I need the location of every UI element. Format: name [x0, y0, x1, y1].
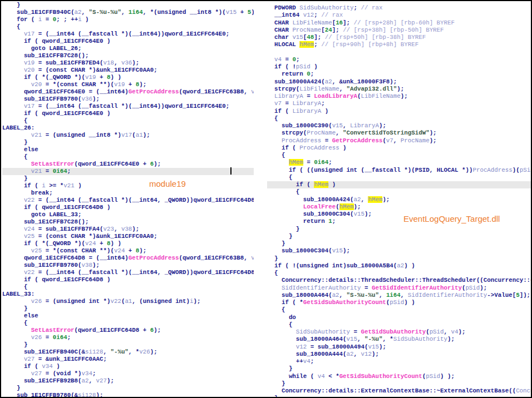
code-line[interactable]: if ( qword_1E1CFFC64D8 ) — [2, 204, 254, 211]
code-line[interactable]: } — [267, 380, 532, 387]
code-line[interactable]: if ( !pSid ) — [267, 63, 532, 71]
code-line[interactable]: } — [267, 365, 532, 372]
code-line[interactable]: if ( !(unsigned int)sub_18000A5B4(a2) ) — [267, 262, 532, 270]
code-line[interactable]: v4 = 0; — [267, 56, 532, 63]
code-line[interactable]: v17 = (__int64 (__fastcall *)(__int64))q… — [2, 31, 254, 38]
pseudocode-panel-left[interactable]: } sub_1E1CFFB940C(a2, "S-%u-%u", 1i64, *… — [2, 2, 254, 398]
code-line[interactable]: if ( *(_QWORD *)(v24 + 8) ) — [2, 240, 254, 247]
code-line[interactable] — [267, 49, 532, 56]
code-line[interactable]: else — [2, 312, 254, 320]
code-line[interactable]: v12 = sub_18000A494(v15); — [267, 344, 532, 351]
code-line[interactable]: v27 = &unk_1E1CFFC0AAC; — [2, 356, 254, 363]
code-line[interactable]: v20 = *(const CHAR **)(v19 + 8); — [2, 81, 254, 88]
code-line[interactable]: SidSubAuthority = GetSidSubAuthority(pSi… — [267, 329, 532, 336]
code-line[interactable]: if ( *(_QWORD *)(v19 + 8) ) — [2, 74, 254, 81]
code-line[interactable]: { — [2, 117, 254, 125]
code-line[interactable]: LABEL_33: — [2, 291, 254, 298]
code-line[interactable]: v25 = (const CHAR *)&unk_1E1CFFC0AA0; — [2, 233, 254, 240]
code-line[interactable]: sub_1E1CFFB9780(v38); — [2, 262, 254, 269]
code-line[interactable]: } — [2, 175, 254, 182]
code-line[interactable]: if ( qword_1E1CFFC64E0 ) — [2, 110, 254, 117]
code-line[interactable]: sub_1E1CFFB7C28(); — [2, 52, 254, 59]
code-line[interactable]: v26 = 0i64; — [2, 334, 254, 341]
code-line[interactable]: sub_1E1CFFB9780(v36); — [2, 96, 254, 103]
code-line[interactable]: { — [267, 152, 532, 159]
code-line[interactable]: HLOCAL hMem; // [rsp+90h] [rbp+8h] BYREF — [267, 41, 532, 48]
code-line[interactable]: } — [2, 2, 254, 9]
code-line[interactable]: { — [267, 306, 532, 314]
code-line[interactable]: if ( v34 ) — [2, 363, 254, 370]
code-line[interactable]: v22 = (__int64 (__fastcall *)(__int64, _… — [2, 269, 254, 276]
code-line[interactable]: v19 = sub_1E1CFFB7ED4(v18, v36); — [2, 59, 254, 67]
code-line[interactable]: sub_1E1CFFB940C(a2, "S-%u-%u", 1i64, *(u… — [2, 9, 254, 16]
code-line[interactable]: v27 = (void *)v34; — [2, 370, 254, 377]
code-line[interactable]: LocalFree(hMem); — [267, 203, 532, 211]
code-line[interactable]: qword_1E1CFFC64E0 = (__int64)GetProcAddr… — [2, 88, 254, 96]
code-line[interactable]: v21 = 0i64; — [2, 168, 254, 175]
code-line[interactable]: if ( ProcAddress ) — [267, 145, 532, 152]
code-line[interactable]: { — [2, 320, 254, 327]
code-line[interactable]: LibraryA = LoadLibraryA(LibFileName); — [267, 93, 532, 100]
code-line[interactable]: SetLastError(qword_1E1CFFC64D8 + 6); — [2, 327, 254, 334]
code-line[interactable]: sub_1E1CFFB9780(&si128); — [2, 392, 254, 398]
code-line[interactable]: SidIdentifierAuthority = GetSidIdentifie… — [267, 285, 532, 292]
code-line[interactable]: sub_18000A424(a2, &unk_18000F3F8); — [267, 78, 532, 86]
code-line[interactable]: sub_1E1CFFB92B8(a2, v27); — [2, 377, 254, 385]
code-line[interactable]: CHAR LibFileName[16]; // [rsp+28h] [rbp-… — [267, 19, 532, 27]
code-line[interactable]: Concurrency::details::ExternalContextBas… — [267, 387, 532, 395]
code-line[interactable]: { — [2, 283, 254, 291]
code-line[interactable]: goto LABEL_33; — [2, 211, 254, 218]
code-line[interactable]: if ( qword_1E1CFFC64D8 ) — [2, 276, 254, 283]
code-line[interactable]: { — [267, 270, 532, 277]
code-line[interactable]: qword_1E1CFFC64D8 = (__int64)GetProcAddr… — [2, 255, 254, 262]
code-line[interactable]: sub_18000C390(v15, LibraryA); — [267, 122, 532, 130]
code-line[interactable]: } — [267, 233, 532, 240]
code-line[interactable]: Concurrency::details::ThreadScheduler::T… — [267, 277, 532, 284]
code-line[interactable]: } — [2, 305, 254, 312]
code-line[interactable]: sub_18000C304(v15); — [267, 247, 532, 255]
pseudocode-panel-right[interactable]: PDWORD SidSubAuthority; // rax __int64 v… — [267, 4, 532, 398]
code-line[interactable]: { — [2, 153, 254, 161]
code-line[interactable]: v26 = (unsigned int *)v22(a1, (unsigned … — [2, 298, 254, 305]
code-line[interactable]: sub_1E1CFFB940C(&si128, "-%u", *v26); — [2, 349, 254, 356]
code-line[interactable]: v25 = *(const CHAR **)(v24 + 8); — [2, 247, 254, 255]
code-line[interactable]: if ( LibraryA ) — [267, 108, 532, 115]
code-line[interactable]: char v15[48]; // [rsp+50h] [rbp-38h] BYR… — [267, 34, 532, 41]
code-line[interactable]: } — [267, 395, 532, 398]
code-line[interactable]: else — [2, 146, 254, 153]
code-line[interactable]: hMem = 0i64; — [267, 159, 532, 166]
code-line[interactable]: do — [267, 314, 532, 321]
code-line[interactable]: SetLastError(qword_1E1CFFC64E0 + 6); — [2, 161, 254, 168]
code-line[interactable]: while ( v4 < *GetSidSubAuthorityCount(pS… — [267, 373, 532, 380]
code-line[interactable]: { — [267, 321, 532, 329]
code-line[interactable]: if ( i >= *v21 ) — [2, 182, 254, 190]
code-line[interactable]: v21 = (unsigned __int8 *)v17(a1); — [2, 132, 254, 139]
code-line[interactable]: sub_18000A464(a2, "S-%u-%u", 1i64, SidId… — [267, 292, 532, 299]
code-line[interactable]: v7 = LibraryA; — [267, 100, 532, 107]
code-line[interactable]: sub_18000A464(v15, "-%u", *SidSubAuthori… — [267, 336, 532, 343]
code-line[interactable]: break; — [2, 190, 254, 197]
code-line[interactable]: sub_18000A424(a2, hMem); — [267, 196, 532, 203]
code-line[interactable]: v24 = sub_1E1CFFB7FA4(v23, v38); — [2, 226, 254, 233]
code-line[interactable]: { — [2, 23, 254, 31]
code-line[interactable]: PDWORD SidSubAuthority; // rax — [267, 4, 532, 12]
code-line[interactable]: } — [267, 255, 532, 262]
code-line[interactable]: if ( qword_1E1CFFC64E0 ) — [2, 38, 254, 45]
code-line[interactable]: sub_18000A444(a2, v12); — [267, 351, 532, 358]
code-line[interactable]: for ( i = 0; ; ++i ) — [2, 16, 254, 23]
code-line[interactable]: } — [2, 341, 254, 349]
code-line[interactable]: if ( *GetSidSubAuthorityCount(pSid) ) — [267, 299, 532, 306]
code-line[interactable]: return 0; — [267, 71, 532, 78]
code-line[interactable]: sub_1E1CFFB7C28(); — [2, 218, 254, 226]
code-line[interactable]: v22 = (__int64 (__fastcall *)(__int64, _… — [2, 197, 254, 204]
code-line[interactable]: ProcAddress = GetProcAddress(v7, ProcNam… — [267, 137, 532, 145]
code-line[interactable]: strcpy(LibFileName, "Advapi32.dll"); — [267, 86, 532, 93]
code-line[interactable]: { — [267, 174, 532, 181]
code-line[interactable]: } — [2, 385, 254, 392]
code-line[interactable]: { — [267, 188, 532, 196]
code-line[interactable]: strcpy(ProcName, "ConvertSidToStringSidW… — [267, 130, 532, 137]
code-line[interactable]: } — [267, 240, 532, 247]
code-line[interactable]: } — [2, 139, 254, 146]
code-line[interactable]: } — [267, 226, 532, 233]
code-line[interactable]: ++v4; — [267, 358, 532, 365]
